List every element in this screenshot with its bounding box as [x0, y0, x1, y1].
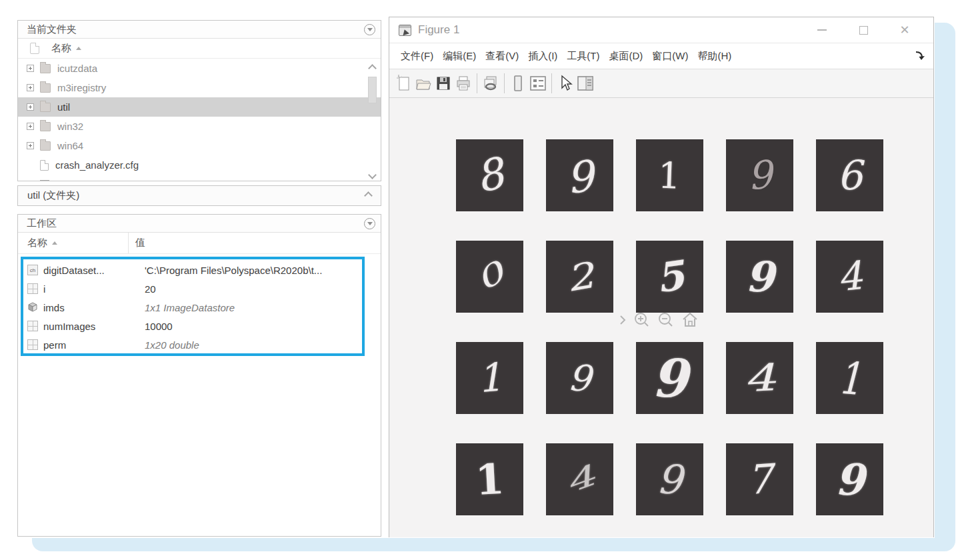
scroll-down-icon[interactable]: [369, 169, 375, 181]
tree-row[interactable]: deploytool.bat: [18, 175, 381, 181]
file-icon: [40, 160, 49, 171]
variable-value: 1x20 double: [129, 339, 199, 351]
workspace-variable-row[interactable]: ch i 20: [23, 279, 362, 298]
tree-row[interactable]: util: [18, 97, 381, 117]
handwritten-digit: 5: [653, 251, 687, 301]
menu-item[interactable]: 帮助(H): [693, 46, 736, 67]
char-array-icon: ch: [27, 265, 38, 275]
edit-plot-cursor-icon[interactable]: [555, 73, 575, 94]
scrollbar-thumb[interactable]: [368, 77, 377, 103]
tree-row-label: crash_analyzer.cfg: [55, 159, 139, 171]
tree-row[interactable]: crash_analyzer.cfg: [18, 155, 381, 175]
workspace-header: 工作区: [18, 215, 381, 233]
insert-colorbar-icon[interactable]: [508, 73, 528, 94]
digit-image-tile: 1: [816, 342, 883, 414]
digit-image-tile: 1: [636, 139, 703, 211]
digit-image-tile: 9: [636, 443, 703, 515]
workspace-variable-row[interactable]: ch perm 1x20 double: [23, 335, 362, 354]
tree-row-label: util: [57, 101, 70, 113]
dock-figure-arrow-icon[interactable]: [915, 50, 925, 63]
handwritten-digit: 1: [474, 454, 505, 504]
handwritten-digit: 4: [742, 356, 778, 401]
expand-icon[interactable]: [27, 84, 34, 91]
document-icon: [30, 43, 39, 54]
file-tree: icutzdata m3iregistry util: [18, 59, 381, 181]
handwritten-digit: 8: [471, 149, 508, 203]
menu-item[interactable]: 查看(V): [481, 46, 523, 67]
tree-row-label: icutzdata: [57, 63, 97, 74]
tree-row-label: win32: [57, 121, 83, 132]
workspace-name-column-header[interactable]: 名称: [18, 233, 129, 253]
property-inspector-icon[interactable]: [575, 73, 595, 94]
insert-legend-icon[interactable]: [528, 73, 548, 94]
digit-image-tile: 0: [456, 241, 523, 313]
maximize-button[interactable]: [855, 23, 872, 37]
name-column-header[interactable]: 名称: [18, 39, 381, 59]
close-button[interactable]: ✕: [896, 23, 913, 37]
digit-image-tile: 9: [816, 443, 883, 515]
matrix-icon: [27, 283, 38, 294]
workspace-variable-row[interactable]: ch imds 1x1 ImageDatastore: [23, 298, 362, 317]
digit-image-tile: 9: [546, 342, 613, 414]
open-file-icon[interactable]: [413, 73, 433, 94]
current-folder-header: 当前文件夹: [18, 21, 381, 39]
variable-value: 1x1 ImageDatastore: [129, 302, 235, 313]
object-cube-icon: [27, 302, 38, 313]
matlab-figure-icon: [399, 25, 411, 36]
menu-item[interactable]: 桌面(D): [604, 46, 647, 67]
handwritten-digit: 9: [835, 455, 865, 505]
digit-image-tile: 6: [816, 139, 883, 211]
workspace-variable-row[interactable]: ch digitDataset... 'C:\Program Files\Pol…: [23, 261, 362, 279]
handwritten-digit: 9: [564, 151, 596, 203]
digit-image-tile: 4: [816, 241, 883, 313]
link-plot-icon[interactable]: [481, 73, 501, 94]
tree-row[interactable]: m3iregistry: [18, 78, 381, 97]
handwritten-digit: 2: [563, 254, 597, 299]
expand-chevron-icon[interactable]: [619, 313, 627, 327]
handwritten-digit: 4: [835, 253, 865, 300]
digit-image-tile: 9: [636, 342, 703, 414]
workspace-panel: 工作区 名称 值 ch: [17, 214, 381, 537]
panel-menu-icon[interactable]: [364, 24, 375, 35]
tree-row[interactable]: win32: [18, 117, 381, 136]
menu-item[interactable]: 插入(I): [523, 46, 562, 67]
digit-image-tile: 5: [636, 241, 703, 313]
workspace-value-column-header[interactable]: 值: [129, 237, 145, 249]
zoom-in-icon[interactable]: [633, 311, 651, 329]
expand-icon[interactable]: [27, 65, 34, 72]
axes-toolbar: [619, 311, 699, 329]
collapse-icon[interactable]: [364, 191, 373, 200]
workspace-variables-highlight-box: ch digitDataset... 'C:\Program Files\Pol…: [21, 257, 365, 356]
expand-icon[interactable]: [27, 142, 34, 149]
expand-icon[interactable]: [27, 103, 34, 111]
handwritten-digit: 9: [567, 356, 593, 399]
menu-item[interactable]: 编辑(E): [438, 46, 481, 67]
folder-detail-bar[interactable]: util (文件夹): [17, 185, 381, 206]
sort-ascending-icon: [76, 44, 81, 50]
digit-image-tile: 2: [546, 241, 613, 313]
menu-item[interactable]: 文件(F): [396, 46, 438, 67]
minimize-button[interactable]: [813, 23, 831, 37]
tree-scrollbar[interactable]: [367, 61, 379, 179]
digit-image-tile: 7: [726, 443, 793, 515]
variable-name: digitDataset...: [43, 265, 129, 276]
restore-view-home-icon[interactable]: [681, 311, 699, 329]
figure-titlebar[interactable]: Figure 1 ✕: [389, 17, 933, 43]
new-figure-icon[interactable]: [393, 73, 413, 94]
tree-row[interactable]: win64: [18, 136, 381, 155]
folder-icon: [40, 64, 51, 73]
zoom-out-icon[interactable]: [657, 311, 675, 329]
matlab-desktop: 当前文件夹 名称 icutzdata: [0, 0, 956, 560]
variable-value: 'C:\Program Files\Polyspace\R2020b\t...: [129, 265, 322, 276]
workspace-variable-row[interactable]: ch numImages 10000: [23, 317, 362, 335]
print-figure-icon[interactable]: [453, 73, 473, 94]
tree-row[interactable]: icutzdata: [18, 59, 381, 78]
menu-item[interactable]: 工具(T): [562, 46, 604, 67]
expand-icon[interactable]: [27, 123, 34, 130]
menu-item[interactable]: 窗口(W): [647, 46, 693, 67]
scroll-up-icon[interactable]: [369, 62, 375, 74]
handwritten-digit: 1: [657, 154, 682, 197]
handwritten-digit: 9: [656, 455, 684, 503]
panel-menu-icon[interactable]: [364, 218, 375, 229]
save-figure-icon[interactable]: [433, 73, 453, 94]
